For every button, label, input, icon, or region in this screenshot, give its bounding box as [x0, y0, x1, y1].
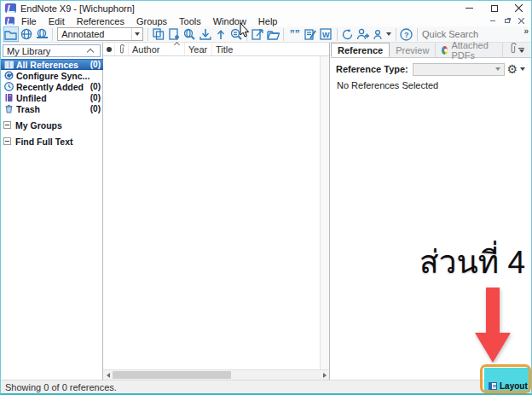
copy-button[interactable]: [151, 26, 166, 42]
maximize-button[interactable]: [482, 1, 506, 15]
sidebar-item-configure-sync[interactable]: Configure Sync...: [1, 70, 103, 81]
close-button[interactable]: [506, 1, 531, 15]
integrated-mode-button[interactable]: [34, 26, 49, 42]
child-restore-button[interactable]: [502, 17, 512, 26]
toolbar-separator: [147, 28, 148, 41]
sidebar-group-my-groups[interactable]: My Groups: [1, 119, 103, 131]
endnote-app-icon: [5, 3, 16, 13]
sidebar-item-all-references[interactable]: All References (0): [1, 59, 103, 70]
year-column-header[interactable]: Year: [185, 43, 212, 55]
share-library-button[interactable]: [371, 26, 386, 42]
new-group-button[interactable]: [356, 26, 371, 42]
menu-groups[interactable]: Groups: [130, 16, 173, 26]
sidebar-item-unfiled[interactable]: Unfiled (0): [1, 92, 103, 103]
reference-type-select[interactable]: [413, 63, 505, 76]
go-to-word-button[interactable]: W: [318, 26, 333, 42]
output-style-value: Annotated: [58, 29, 131, 39]
person-add-icon: [356, 28, 369, 40]
collapse-icon[interactable]: [3, 137, 11, 145]
vertical-scrollbar[interactable]: [320, 56, 329, 369]
open-folder-icon: [267, 29, 280, 40]
horizontal-scrollbar[interactable]: [103, 369, 329, 380]
share-caret-icon[interactable]: [386, 32, 391, 36]
local-library-mode-button[interactable]: [3, 26, 19, 42]
menu-window[interactable]: Window: [207, 16, 252, 26]
tab-reference[interactable]: Reference: [331, 43, 390, 57]
new-reference-button[interactable]: [166, 26, 182, 42]
sidebar-group-find-full-text[interactable]: Find Full Text: [1, 136, 103, 147]
attachment-column[interactable]: [115, 43, 129, 55]
status-bar: Showing 0 of 0 references.: [1, 380, 531, 393]
menu-edit[interactable]: Edit: [43, 16, 71, 26]
toolbar-separator: [396, 28, 396, 41]
menu-file[interactable]: File: [15, 16, 43, 26]
child-close-button[interactable]: [517, 17, 526, 26]
paperclip-icon: [508, 43, 518, 55]
help-icon: ?: [400, 28, 413, 41]
menu-bar: File Edit References Groups Tools Window…: [1, 15, 531, 26]
format-bibliography-icon: [304, 28, 316, 40]
layout-button[interactable]: Layout: [489, 380, 528, 392]
open-link-button[interactable]: [250, 26, 265, 42]
menu-references[interactable]: References: [71, 16, 130, 26]
toolbar-overflow-icon[interactable]: »: [523, 26, 529, 36]
my-library-header[interactable]: My Library: [3, 44, 101, 57]
help-button[interactable]: ?: [399, 26, 414, 42]
output-style-caret[interactable]: [131, 28, 142, 40]
endnote-child-icon: [5, 17, 14, 25]
import-button[interactable]: [198, 26, 213, 42]
tab-preview[interactable]: Preview: [390, 43, 436, 57]
sort-ascending-icon: [174, 42, 180, 48]
open-file-button[interactable]: [265, 26, 280, 42]
status-text: Showing 0 of 0 references.: [1, 382, 117, 392]
sync-icon: [3, 71, 14, 80]
minimize-icon: [466, 8, 473, 9]
reference-type-label: Reference Type:: [336, 64, 408, 74]
online-search-mode-button[interactable]: [19, 26, 34, 42]
attach-file-button[interactable]: [508, 43, 518, 55]
record-dot-icon: [107, 47, 112, 52]
title-column-header[interactable]: Title: [212, 43, 329, 55]
citation-icon: ””: [287, 28, 302, 40]
menu-help[interactable]: Help: [252, 16, 284, 26]
close-icon: [515, 4, 523, 12]
sync-button[interactable]: [339, 26, 355, 42]
reference-detail-panel: Reference Preview Attached PDFs Referenc…: [331, 43, 531, 380]
author-column-header[interactable]: Author: [129, 43, 185, 55]
sidebar-item-trash[interactable]: Trash (0): [1, 103, 103, 114]
read-status-column[interactable]: [103, 43, 115, 55]
title-bar: EndNote X9 - [Wichuphorn]: [1, 1, 531, 15]
scrollbar-track[interactable]: [113, 370, 320, 380]
minimize-button[interactable]: [457, 1, 482, 15]
options-button[interactable]: ⚙: [506, 63, 525, 75]
my-library-label: My Library: [3, 46, 88, 56]
window-title: EndNote X9 - [Wichuphorn]: [20, 3, 135, 14]
tab-attached-pdfs[interactable]: Attached PDFs: [436, 43, 503, 57]
export-button[interactable]: [213, 26, 228, 42]
main-area: My Library All References (0) Configure …: [1, 43, 531, 380]
insert-citation-button[interactable]: ””: [286, 26, 303, 42]
toolbar-separator: [283, 28, 284, 41]
child-minimize-button[interactable]: [488, 17, 497, 26]
online-search-button[interactable]: [182, 26, 197, 42]
collapse-icon[interactable]: [3, 121, 11, 129]
scrollbar-thumb[interactable]: [113, 371, 231, 379]
panel-menu-icon[interactable]: [518, 48, 524, 53]
chevron-down-icon: [520, 67, 525, 71]
toolbar-separator: [337, 28, 338, 41]
sidebar-list: All References (0) Configure Sync... Rec…: [1, 59, 103, 147]
window-controls: [457, 1, 531, 15]
journal-icon: [3, 93, 14, 102]
layout-caret-icon[interactable]: [529, 385, 532, 388]
quick-search-input[interactable]: [422, 29, 532, 39]
scroll-left-button[interactable]: [103, 370, 113, 380]
find-full-text-button[interactable]: [228, 26, 244, 42]
sidebar-item-recently-added[interactable]: Recently Added (0): [1, 81, 103, 92]
chevron-up-icon[interactable]: [87, 49, 94, 55]
menu-tools[interactable]: Tools: [173, 16, 207, 26]
list-header: Author Year Title: [103, 43, 329, 56]
layout-icon: [489, 382, 497, 390]
scroll-right-button[interactable]: [320, 370, 329, 380]
output-style-select[interactable]: Annotated: [57, 27, 143, 41]
format-bibliography-button[interactable]: [303, 26, 318, 42]
